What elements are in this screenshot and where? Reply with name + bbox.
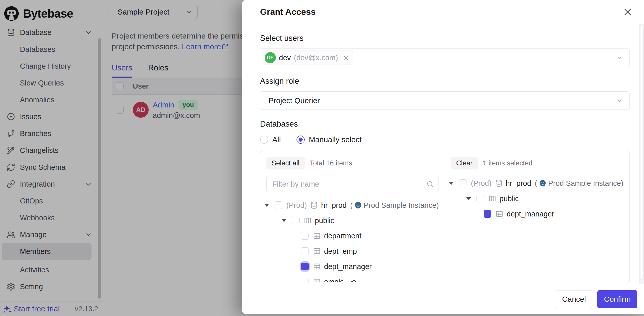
checkbox-checked[interactable] — [484, 210, 491, 218]
schema-icon — [488, 195, 496, 203]
checkbox[interactable] — [476, 195, 484, 202]
user-chip: DE dev (dev@x.com) — [263, 51, 353, 65]
modal-body: Select users DE dev (dev@x.com) Assign r… — [242, 34, 644, 282]
chevron-down-icon — [616, 97, 623, 104]
check-icon — [302, 264, 379, 282]
filter-field — [266, 176, 439, 192]
selected-count-label: 1 items selected — [483, 159, 533, 167]
checkbox[interactable] — [292, 217, 300, 224]
checkbox[interactable] — [275, 201, 282, 209]
close-icon[interactable] — [623, 7, 633, 17]
modal-scrollbar[interactable] — [639, 24, 644, 284]
radio-all[interactable]: All — [260, 135, 281, 144]
checkbox[interactable] — [301, 278, 309, 282]
modal-title: Grant Access — [260, 7, 316, 17]
avatar: DE — [265, 52, 276, 63]
modal-footer: Cancel Confirm — [242, 284, 644, 314]
checkbox-checked[interactable] — [301, 263, 309, 270]
search-icon — [426, 180, 434, 188]
radio-circle[interactable] — [297, 136, 305, 144]
clear-button[interactable]: Clear — [451, 157, 478, 169]
filter-input[interactable] — [266, 176, 439, 192]
select-users-input[interactable]: DE dev (dev@x.com) — [260, 48, 630, 67]
table-icon — [313, 232, 321, 240]
cancel-button[interactable]: Cancel — [556, 290, 592, 308]
source-tree: (Prod) hr_prod ( Prod Sample Instance) p… — [260, 198, 445, 282]
checkbox[interactable] — [301, 247, 309, 255]
modal-scrollbar-thumb[interactable] — [640, 26, 643, 280]
checkbox[interactable] — [459, 179, 467, 187]
grant-access-modal: Grant Access Select users DE dev (dev@x.… — [242, 0, 644, 314]
radio-circle[interactable] — [260, 136, 268, 144]
tree-node-table[interactable]: dept_manager — [260, 259, 445, 274]
radio-manually-select[interactable]: Manually select — [297, 135, 362, 144]
select-all-button[interactable]: Select all — [266, 157, 305, 169]
chevron-down-icon[interactable] — [616, 54, 623, 62]
source-panel: Select all Total 16 items (Prod) — [260, 151, 445, 282]
database-transfer-panels: Select all Total 16 items (Prod) — [260, 151, 630, 282]
caret-down-icon[interactable] — [449, 182, 454, 185]
table-icon — [313, 247, 321, 255]
target-panel: Clear 1 items selected (Prod) hr_prod ( — [445, 151, 629, 282]
target-tree: (Prod) hr_prod ( Prod Sample Instance) p… — [445, 176, 629, 222]
database-scope-radios: All Manually select — [260, 135, 630, 144]
checkbox[interactable] — [301, 232, 309, 240]
modal-header: Grant Access — [242, 0, 644, 24]
tree-node-table[interactable]: dept_emp — [260, 244, 445, 259]
check-icon — [485, 211, 561, 249]
tree-node-database[interactable]: (Prod) hr_prod ( Prod Sample Instance) — [445, 176, 629, 191]
screen: Bytebase Database Databases Change Histo… — [0, 0, 644, 316]
select-users-label: Select users — [260, 34, 630, 43]
confirm-button[interactable]: Confirm — [597, 290, 637, 308]
database-icon — [310, 201, 318, 209]
caret-down-icon[interactable] — [264, 204, 269, 207]
tree-node-schema[interactable]: public — [260, 213, 445, 228]
caret-down-icon[interactable] — [466, 197, 471, 200]
remove-user-icon[interactable] — [343, 54, 349, 61]
caret-down-icon[interactable] — [282, 219, 286, 222]
assign-role-select[interactable]: Project Querier — [260, 91, 630, 110]
tree-node-table[interactable]: department — [260, 228, 445, 244]
total-items-label: Total 16 items — [310, 159, 352, 167]
database-icon — [495, 179, 503, 187]
postgresql-icon — [354, 201, 362, 209]
tree-node-table[interactable]: dept_manager — [445, 206, 629, 222]
tree-node-schema[interactable]: public — [445, 191, 629, 206]
tree-node-database[interactable]: (Prod) hr_prod ( Prod Sample Instance) — [260, 198, 445, 213]
postgresql-icon — [539, 179, 547, 187]
databases-label: Databases — [260, 119, 630, 129]
schema-icon — [304, 216, 312, 225]
assign-role-label: Assign role — [260, 77, 630, 86]
